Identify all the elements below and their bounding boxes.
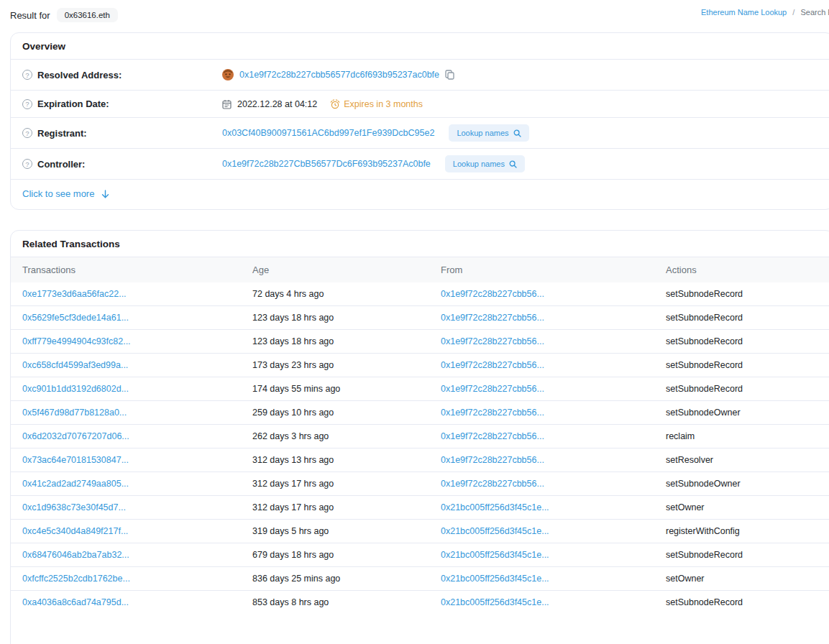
address-avatar-icon (222, 69, 234, 80)
from-address-link[interactable]: 0x1e9f72c28b227cbb56... (441, 336, 544, 346)
age-value: 312 days 13 hrs ago (252, 455, 334, 465)
controller-lookup-names-button[interactable]: Lookup names (445, 155, 525, 172)
table-row: 0xc4e5c340d4a849f217f... 319 days 5 hrs … (11, 520, 829, 543)
from-address-link[interactable]: 0x1e9f72c28b227cbb56... (441, 408, 544, 418)
breadcrumb: Ethereum Name Lookup / Search Results (701, 8, 829, 17)
column-header-actions: Actions (666, 257, 829, 282)
action-value: reclaim (666, 431, 695, 441)
table-row: 0x6d2032d70767207d06... 262 days 3 hrs a… (11, 425, 829, 448)
registrant-row: Registrant: 0x03Cf40B900971561AC6bd997ef… (11, 118, 829, 149)
table-row: 0xe1773e3d6aa56fac22... 72 days 4 hrs ag… (11, 282, 829, 306)
action-value: registerWithConfig (666, 526, 740, 536)
table-row: 0xff779e4994904c93fc82... 123 days 18 hr… (11, 330, 829, 354)
transaction-hash-link[interactable]: 0xe1773e3d6aa56fac22... (22, 289, 127, 299)
from-address-link[interactable]: 0x1e9f72c28b227cbb56... (441, 360, 544, 370)
expiry-warning: Expires in 3 months (330, 99, 423, 109)
lookup-names-label: Lookup names (453, 160, 505, 168)
click-to-see-more-link[interactable]: Click to see more (22, 188, 109, 199)
ens-name-badge: 0x63616.eth (57, 8, 118, 22)
controller-label: Controller: (37, 159, 85, 170)
help-icon[interactable] (22, 99, 32, 109)
age-value: 262 days 3 hrs ago (252, 431, 329, 441)
help-icon[interactable] (22, 128, 32, 138)
transaction-hash-link[interactable]: 0x73ac64e70181530847... (22, 455, 129, 465)
from-address-link[interactable]: 0x21bc005ff256d3f45c1e... (441, 597, 549, 607)
age-value: 123 days 18 hrs ago (252, 336, 334, 346)
from-address-link[interactable]: 0x21bc005ff256d3f45c1e... (441, 526, 549, 536)
table-row: 0x68476046ab2ba7ab32... 679 days 18 hrs … (11, 543, 829, 567)
age-value: 679 days 18 hrs ago (252, 550, 334, 560)
action-value: setSubnodeRecord (666, 289, 743, 299)
from-address-link[interactable]: 0x1e9f72c28b227cbb56... (441, 479, 544, 489)
column-header-from: From (441, 257, 666, 282)
table-header-row: Transactions Age From Actions (11, 257, 829, 282)
controller-row: Controller: 0x1e9f72c28b227CbB56577Dc6F6… (11, 149, 829, 180)
age-value: 72 days 4 hrs ago (252, 289, 324, 299)
from-address-link[interactable]: 0x21bc005ff256d3f45c1e... (441, 550, 549, 560)
transaction-hash-link[interactable]: 0xc901b1dd3192d6802d... (22, 384, 129, 394)
calendar-icon (222, 99, 232, 109)
from-address-link[interactable]: 0x1e9f72c28b227cbb56... (441, 384, 544, 394)
copy-icon[interactable] (445, 70, 454, 80)
transaction-hash-link[interactable]: 0x68476046ab2ba7ab32... (22, 550, 129, 560)
result-bar: Result for 0x63616.eth (10, 8, 118, 22)
age-value: 853 days 8 hrs ago (252, 597, 329, 607)
transaction-hash-link[interactable]: 0xa4036a8c6ad74a795d... (22, 597, 129, 607)
from-address-link[interactable]: 0x21bc005ff256d3f45c1e... (441, 502, 549, 512)
registrant-address-link[interactable]: 0x03Cf40B900971561AC6bd997ef1Fe939DcbC95… (222, 128, 434, 138)
action-value: setSubnodeOwner (666, 408, 741, 418)
transaction-hash-link[interactable]: 0xfcffc2525b2cdb1762be... (22, 574, 130, 584)
resolved-address-link[interactable]: 0x1e9f72c28b227cbb56577dc6f693b95237ac0b… (239, 70, 439, 80)
action-value: setSubnodeRecord (666, 550, 743, 560)
transaction-hash-link[interactable]: 0xc4e5c340d4a849f217f... (22, 526, 128, 536)
action-value: setSubnodeOwner (666, 479, 741, 489)
breadcrumb-link-ethereum-name-lookup[interactable]: Ethereum Name Lookup (701, 8, 787, 17)
table-row: 0xa4036a8c6ad74a795d... 853 days 8 hrs a… (11, 591, 829, 615)
age-value: 173 days 23 hrs ago (252, 360, 334, 370)
transaction-hash-link[interactable]: 0xc1d9638c73e30f45d7... (22, 502, 126, 512)
help-icon[interactable] (22, 159, 32, 169)
transaction-hash-link[interactable]: 0xff779e4994904c93fc82... (22, 336, 131, 346)
see-more-section: Click to see more (11, 180, 829, 209)
alarm-clock-icon (330, 99, 340, 109)
action-value: setOwner (666, 574, 705, 584)
age-value: 836 days 25 mins ago (252, 574, 340, 584)
transaction-hash-link[interactable]: 0xc658cfd4599af3ed99a... (22, 360, 128, 370)
from-address-link[interactable]: 0x1e9f72c28b227cbb56... (441, 289, 544, 299)
magnifier-icon (509, 160, 517, 168)
breadcrumb-current: Search Results (800, 8, 829, 17)
controller-address-link[interactable]: 0x1e9f72c28b227CbB56577Dc6F693b95237Ac0b… (222, 159, 431, 169)
action-value: setSubnodeRecord (666, 384, 743, 394)
transaction-hash-link[interactable]: 0x5629fe5cf3dede14a61... (22, 313, 129, 323)
age-value: 319 days 5 hrs ago (252, 526, 329, 536)
action-value: setSubnodeRecord (666, 336, 743, 346)
action-value: setResolver (666, 455, 713, 465)
from-address-link[interactable]: 0x21bc005ff256d3f45c1e... (441, 574, 549, 584)
table-row: 0xc1d9638c73e30f45d7... 312 days 17 hrs … (11, 496, 829, 520)
from-address-link[interactable]: 0x1e9f72c28b227cbb56... (441, 455, 544, 465)
age-value: 312 days 17 hrs ago (252, 479, 334, 489)
transaction-hash-link[interactable]: 0x41c2ad2ad2749aa805... (22, 479, 129, 489)
resolved-address-label: Resolved Address: (37, 70, 122, 80)
age-value: 174 days 55 mins ago (252, 384, 340, 394)
expiry-warning-text: Expires in 3 months (344, 99, 423, 109)
from-address-link[interactable]: 0x1e9f72c28b227cbb56... (441, 313, 544, 323)
column-header-age: Age (252, 257, 441, 282)
transaction-hash-link[interactable]: 0x5f467d98d77b8128a0... (22, 408, 127, 418)
see-more-label: Click to see more (22, 188, 94, 199)
transaction-hash-link[interactable]: 0x6d2032d70767207d06... (22, 431, 129, 441)
from-address-link[interactable]: 0x1e9f72c28b227cbb56... (441, 431, 544, 441)
overview-card: Overview Resolved Address: 0x1e9f72c28b2… (10, 32, 829, 210)
table-row: 0x5629fe5cf3dede14a61... 123 days 18 hrs… (11, 306, 829, 330)
table-row: 0x73ac64e70181530847... 312 days 13 hrs … (11, 448, 829, 472)
help-icon[interactable] (22, 70, 32, 80)
registrant-lookup-names-button[interactable]: Lookup names (449, 124, 528, 142)
registrant-label: Registrant: (37, 128, 87, 139)
action-value: setSubnodeRecord (666, 597, 743, 607)
age-value: 312 days 17 hrs ago (252, 502, 334, 512)
transactions-table: Transactions Age From Actions 0xe1773e3d… (11, 257, 829, 614)
age-value: 123 days 18 hrs ago (252, 313, 334, 323)
action-value: setSubnodeRecord (666, 313, 743, 323)
expiration-date-label: Expiration Date: (37, 98, 109, 109)
breadcrumb-separator: / (792, 8, 794, 17)
